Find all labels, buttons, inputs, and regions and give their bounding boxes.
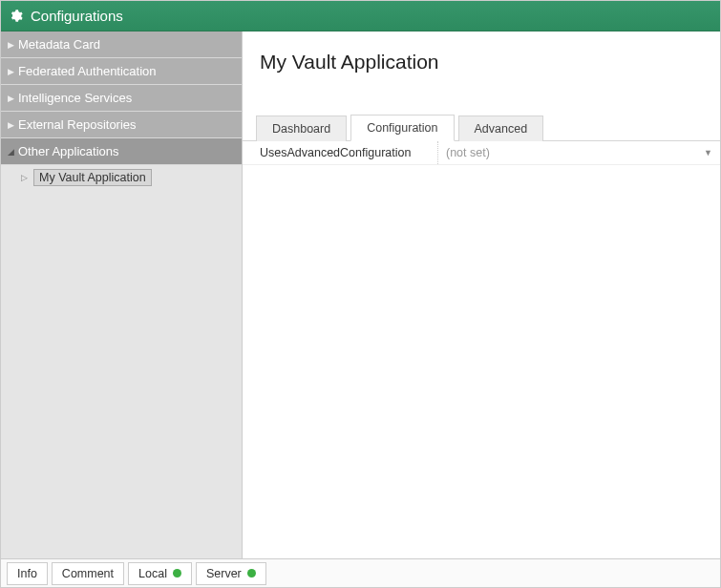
main-panel: My Vault Application Dashboard Configura… xyxy=(243,32,720,558)
tab-dashboard[interactable]: Dashboard xyxy=(256,116,347,141)
tab-configuration[interactable]: Configuration xyxy=(350,115,454,141)
footer-btn-label: Comment xyxy=(62,567,114,580)
footer-btn-label: Info xyxy=(17,567,37,580)
sidebar: ▶ Metadata Card ▶ Federated Authenticati… xyxy=(1,32,243,558)
footer-btn-label: Local xyxy=(138,567,167,580)
sidebar-item-metadata-card[interactable]: ▶ Metadata Card xyxy=(1,32,242,58)
chevron-right-icon: ▷ xyxy=(18,173,30,182)
sidebar-item-label: External Repositories xyxy=(16,117,137,132)
footer-btn-server[interactable]: Server xyxy=(196,562,266,585)
chevron-right-icon: ▶ xyxy=(5,67,16,76)
footer-btn-local[interactable]: Local xyxy=(128,562,192,585)
chevron-right-icon: ▶ xyxy=(5,40,16,50)
sidebar-item-label: Other Applications xyxy=(16,144,119,158)
sidebar-item-federated-auth[interactable]: ▶ Federated Authentication xyxy=(1,58,242,85)
app-body: ▶ Metadata Card ▶ Federated Authenticati… xyxy=(1,32,720,558)
tabs-row: Dashboard Configuration Advanced xyxy=(243,114,720,141)
sidebar-item-intelligence[interactable]: ▶ Intelligence Services xyxy=(1,85,242,112)
sidebar-item-label: Metadata Card xyxy=(16,37,100,52)
page-title: My Vault Application xyxy=(243,32,720,83)
tab-advanced[interactable]: Advanced xyxy=(458,116,544,141)
sidebar-item-label: Intelligence Services xyxy=(16,91,132,105)
status-dot-icon xyxy=(247,569,256,578)
sidebar-item-external-repos[interactable]: ▶ External Repositories xyxy=(1,112,242,138)
gear-icon xyxy=(9,9,23,23)
footer: Info Comment Local Server xyxy=(1,558,720,587)
app-header: Configurations xyxy=(1,1,720,32)
footer-btn-info[interactable]: Info xyxy=(7,562,48,585)
sidebar-child-label: My Vault Application xyxy=(33,169,152,186)
footer-btn-comment[interactable]: Comment xyxy=(52,562,124,585)
footer-btn-label: Server xyxy=(206,567,242,580)
property-value-text: (not set) xyxy=(446,146,490,159)
app-title: Configurations xyxy=(31,8,123,24)
sidebar-item-label: Federated Authentication xyxy=(16,64,157,78)
property-value-dropdown[interactable]: (not set) ▼ xyxy=(438,141,720,164)
property-row: UsesAdvancedConfiguration (not set) ▼ xyxy=(243,141,720,165)
chevron-right-icon: ▶ xyxy=(5,120,16,130)
chevron-down-icon: ▼ xyxy=(704,148,712,158)
sidebar-item-other-apps[interactable]: ◢ Other Applications xyxy=(1,138,242,165)
chevron-down-icon: ◢ xyxy=(5,147,16,157)
sidebar-child-my-vault-app[interactable]: ▷ My Vault Application xyxy=(1,165,242,190)
status-dot-icon xyxy=(173,569,181,578)
chevron-right-icon: ▶ xyxy=(5,94,16,103)
property-key: UsesAdvancedConfiguration xyxy=(243,141,438,164)
